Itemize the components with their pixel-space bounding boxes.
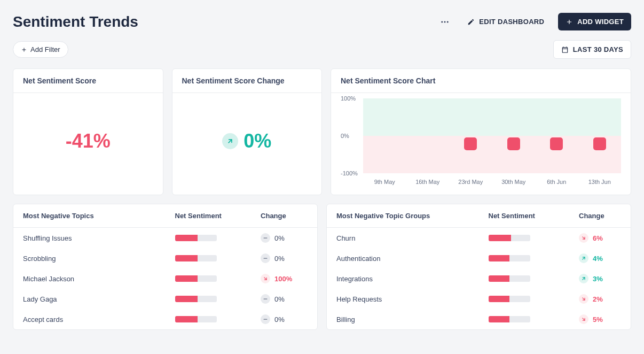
most-negative-topics-card: Most Negative Topics Net Sentiment Chang…	[13, 204, 318, 330]
topic-label: Churn	[327, 228, 479, 249]
arrow-up-right-icon	[579, 253, 588, 263]
net-sentiment-change-value: 0%	[244, 130, 271, 152]
table-row[interactable]: Integrations3%	[327, 268, 631, 289]
topic-label: Shuffling Issues	[13, 228, 166, 249]
plus-icon	[566, 18, 573, 26]
x-tick-label: 30th May	[492, 179, 536, 185]
sentiment-bar	[489, 316, 530, 322]
topic-label: Lady Gaga	[13, 289, 166, 309]
sentiment-bar	[489, 275, 530, 282]
chart-bar-column	[449, 98, 492, 173]
table-header: Net Sentiment	[479, 204, 570, 228]
y-tick-label: 0%	[341, 133, 349, 139]
table-header: Net Sentiment	[166, 204, 252, 228]
table-header: Most Negative Topic Groups	[327, 204, 479, 228]
table-row[interactable]: Michael Jackson100%	[13, 268, 317, 289]
net-sentiment-score-card: Net Sentiment Score -41%	[13, 68, 163, 195]
table-header: Change	[569, 204, 631, 228]
pencil-icon	[467, 18, 475, 26]
x-tick-label: 9th May	[363, 179, 406, 185]
svg-line-3	[229, 140, 232, 143]
more-horizontal-icon	[440, 17, 450, 27]
x-tick-label: 16th May	[406, 179, 450, 185]
table-row[interactable]: Help Requests2%	[327, 289, 631, 309]
edit-dashboard-button[interactable]: EDIT DASHBOARD	[460, 13, 552, 30]
table-row[interactable]: Shuffling Issues0%	[13, 228, 317, 249]
net-sentiment-score-value: -41%	[66, 130, 111, 152]
date-range-label: LAST 30 DAYS	[573, 45, 623, 53]
change-value: 4%	[593, 255, 603, 263]
svg-point-2	[447, 21, 449, 22]
sentiment-bar	[489, 235, 530, 241]
minus-icon	[261, 314, 270, 324]
net-sentiment-change-card: Net Sentiment Score Change 0%	[172, 68, 323, 195]
minus-icon	[261, 253, 270, 263]
change-value: 5%	[593, 315, 603, 324]
topic-label: Scrobbling	[13, 248, 166, 268]
sentiment-bar	[489, 255, 530, 261]
add-filter-label: Add Filter	[30, 45, 60, 53]
sentiment-chart: 100% 0% -100%	[363, 98, 621, 173]
add-widget-label: ADD WIDGET	[577, 18, 624, 26]
svg-point-0	[442, 21, 443, 22]
chart-bar	[593, 137, 606, 150]
arrow-down-right-icon	[261, 274, 270, 283]
arrow-down-right-icon	[579, 314, 588, 324]
svg-point-1	[444, 21, 446, 22]
sentiment-bar	[175, 275, 217, 282]
table-row[interactable]: Accept cards0%	[13, 309, 317, 329]
sentiment-bar	[489, 296, 530, 302]
minus-icon	[261, 233, 270, 243]
card-title: Net Sentiment Score Change	[172, 69, 322, 93]
topic-label: Authentication	[327, 248, 479, 268]
chart-bar-column	[406, 98, 450, 173]
arrow-down-right-icon	[579, 233, 588, 243]
add-widget-button[interactable]: ADD WIDGET	[558, 13, 631, 30]
card-title: Net Sentiment Score	[13, 69, 163, 93]
more-menu-button[interactable]	[436, 13, 453, 30]
x-tick-label: 23rd May	[449, 179, 492, 185]
x-tick-label: 6th Jun	[535, 179, 578, 185]
table-row[interactable]: Authentication4%	[327, 248, 631, 268]
arrow-up-right-icon	[579, 274, 588, 283]
table-row[interactable]: Billing5%	[327, 309, 631, 329]
edit-dashboard-label: EDIT DASHBOARD	[479, 18, 544, 26]
add-filter-button[interactable]: Add Filter	[13, 41, 68, 58]
table-row[interactable]: Churn6%	[327, 228, 631, 249]
table-header: Change	[251, 204, 317, 228]
chart-bar-column	[363, 98, 406, 173]
chart-bar	[507, 137, 520, 150]
chart-bar-column	[578, 98, 622, 173]
chart-bar	[464, 137, 477, 150]
topic-label: Help Requests	[327, 289, 479, 309]
trend-up-icon	[222, 133, 238, 149]
topic-label: Integrations	[327, 268, 479, 289]
sentiment-bar	[175, 235, 217, 241]
topic-label: Billing	[327, 309, 479, 329]
sentiment-bar	[175, 255, 217, 261]
change-value: 2%	[593, 295, 603, 303]
topic-label: Accept cards	[13, 309, 166, 329]
chart-bar	[550, 137, 563, 150]
sentiment-bar	[175, 296, 217, 302]
arrow-down-right-icon	[579, 294, 588, 304]
change-value: 6%	[593, 234, 603, 242]
change-value: 0%	[274, 315, 285, 324]
change-value: 0%	[274, 255, 285, 263]
most-negative-topic-groups-card: Most Negative Topic Groups Net Sentiment…	[326, 204, 631, 330]
net-sentiment-chart-card: Net Sentiment Score Chart 100% 0% -100% …	[331, 68, 631, 195]
chart-bar-column	[492, 98, 536, 173]
date-range-button[interactable]: LAST 30 DAYS	[553, 40, 631, 59]
table-row[interactable]: Scrobbling0%	[13, 248, 317, 268]
y-tick-label: 100%	[341, 95, 356, 102]
table-header: Most Negative Topics	[13, 204, 166, 228]
change-value: 3%	[593, 275, 603, 283]
sentiment-bar	[175, 316, 217, 322]
change-value: 100%	[274, 275, 292, 283]
calendar-icon	[561, 46, 569, 53]
change-value: 0%	[274, 295, 285, 303]
change-value: 0%	[274, 234, 285, 242]
y-tick-label: -100%	[341, 170, 358, 176]
table-row[interactable]: Lady Gaga0%	[13, 289, 317, 309]
chart-bar-column	[535, 98, 578, 173]
